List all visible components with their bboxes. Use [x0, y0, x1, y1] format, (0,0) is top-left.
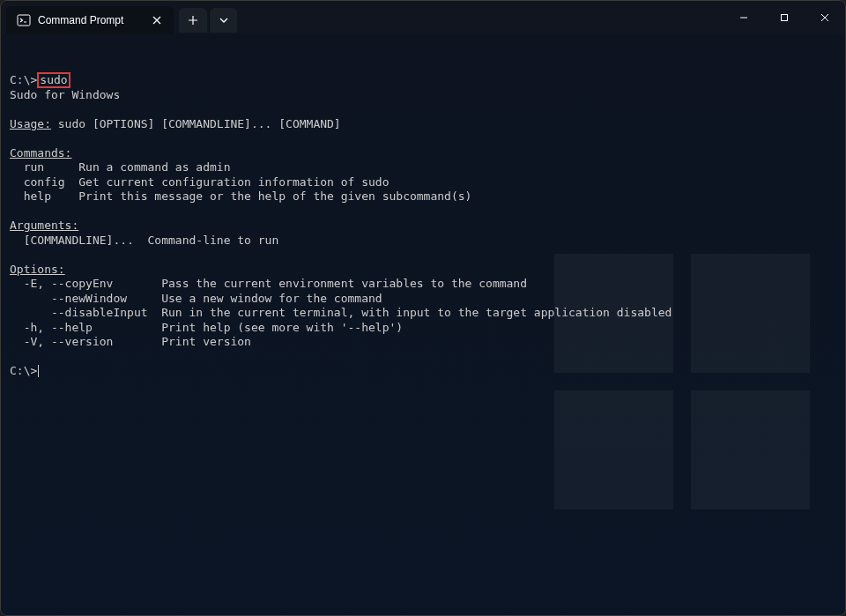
svg-rect-3 [782, 15, 788, 21]
titlebar-drag-region[interactable] [237, 1, 724, 34]
option-row: --disableInput Run in the current termin… [10, 306, 672, 319]
windows-logo-watermark [554, 254, 810, 509]
option-row: -h, --help Print help (see more with '--… [10, 321, 403, 334]
prompt-line-2[interactable]: C:\> [10, 364, 39, 377]
arguments-line: [COMMANDLINE]... Command-line to run [10, 234, 278, 247]
options-header: Options: [10, 263, 65, 276]
close-tab-button[interactable] [149, 12, 165, 28]
usage-line: Usage: sudo [OPTIONS] [COMMANDLINE]... [… [10, 117, 341, 130]
cursor [38, 365, 39, 377]
option-row: --newWindow Use a new window for the com… [10, 292, 382, 305]
maximize-button[interactable] [764, 1, 805, 34]
tab-actions [179, 6, 237, 34]
command-row: run Run a command as admin [10, 160, 230, 174]
option-row: -E, --copyEnv Pass the current environme… [10, 277, 527, 290]
tab-dropdown-button[interactable] [209, 8, 237, 33]
option-row: -V, --version Print version [10, 335, 251, 348]
prompt-prefix: C:\> [10, 364, 37, 377]
minimize-button[interactable] [724, 1, 764, 34]
window-controls [724, 1, 845, 34]
commands-header: Commands: [10, 146, 71, 160]
tab-command-prompt[interactable]: Command Prompt [6, 6, 174, 34]
command-row: config Get current configuration informa… [10, 175, 389, 189]
command-row: help Print this message or the help of t… [10, 189, 471, 203]
terminal-icon [17, 13, 31, 27]
svg-rect-0 [18, 15, 30, 26]
output-appname: Sudo for Windows [10, 88, 120, 101]
usage-label: Usage: [10, 117, 51, 130]
arguments-header: Arguments: [10, 219, 78, 232]
terminal-output[interactable]: C:\>sudo Sudo for Windows Usage: sudo [O… [1, 34, 845, 615]
tab-title: Command Prompt [38, 14, 142, 26]
prompt-prefix: C:\> [10, 73, 37, 86]
highlighted-command: sudo [37, 72, 70, 88]
prompt-line-1: C:\>sudo [10, 73, 70, 86]
titlebar[interactable]: Command Prompt [1, 1, 845, 34]
terminal-window: Command Prompt C:\>sudo S [0, 0, 846, 616]
new-tab-button[interactable] [179, 8, 207, 33]
close-window-button[interactable] [805, 1, 845, 34]
